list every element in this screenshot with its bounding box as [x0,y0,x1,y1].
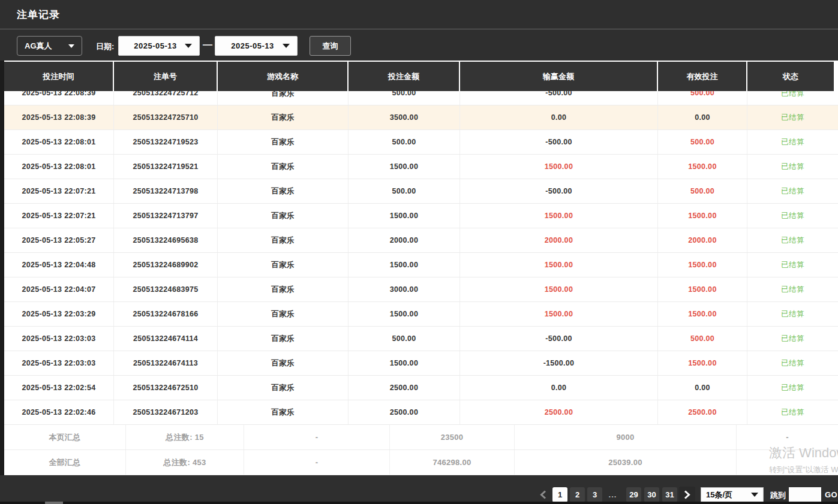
table-row[interactable]: 2025-05-13 22:02:46250513224671203百家乐250… [4,400,838,425]
table-cell: 250513224683975 [114,277,218,301]
jump-to-page-input[interactable] [789,487,821,502]
summary-cell: 25039.00 [515,450,737,475]
table-cell: 百家乐 [218,400,349,424]
page-button-3[interactable]: 3 [587,487,602,502]
table-cell: 1500.00 [658,204,747,228]
table-left-gutter [0,61,4,475]
table-cell: 1500.00 [460,155,658,179]
table-row[interactable]: 2025-05-13 22:08:39250513224725710百家乐350… [4,105,838,130]
column-header: 投注时间 [4,62,114,91]
column-header: 投注金额 [349,62,460,91]
page-button-2[interactable]: 2 [570,487,585,502]
page-button-30[interactable]: 30 [644,487,659,502]
table-header-row: 投注时间注单号游戏名称投注金额输赢金额有效投注状态 [4,62,834,91]
column-header: 有效投注 [658,62,747,91]
table-row[interactable]: 2025-05-13 22:08:39250513224725712百家乐500… [4,91,838,105]
table-cell: 2500.00 [349,400,460,424]
table-cell: 已结算 [747,277,838,301]
table-cell: -500.00 [460,91,658,105]
table-cell: 3000.00 [349,277,460,301]
table-cell: 已结算 [747,351,838,375]
chevron-down-icon [68,44,74,48]
table-cell: 2000.00 [460,228,658,252]
table-cell: 2000.00 [349,228,460,252]
table-cell: 250513224674114 [114,327,218,351]
table-row[interactable]: 2025-05-13 22:08:01250513224719521百家乐150… [4,155,838,179]
date-from-value: 2025-05-13 [126,41,185,50]
table-row[interactable]: 2025-05-13 22:03:03250513224674114百家乐500… [4,327,838,351]
prev-page-button[interactable] [536,487,551,502]
table-row[interactable]: 2025-05-13 22:08:01250513224719523百家乐500… [4,130,838,155]
column-header: 状态 [747,62,834,91]
horizontal-scrollbar-thumb[interactable] [45,502,63,504]
table-cell: 1500.00 [460,253,658,277]
table-cell: 500.00 [658,130,747,154]
date-to-picker[interactable]: 2025-05-13 [215,36,298,56]
table-cell: 0.00 [460,105,658,129]
game-category-select[interactable]: AG真人 [17,36,82,56]
table-cell: 1500.00 [349,351,460,375]
table-cell: 已结算 [747,376,838,400]
next-page-button[interactable] [679,487,695,503]
chevron-left-icon [540,490,546,499]
page-size-select[interactable]: 15条/页 [701,487,764,502]
summary-row: 全部汇总总注数: 453-746298.0025039.00 [4,450,838,475]
table-row[interactable]: 2025-05-13 22:04:07250513224683975百家乐300… [4,277,838,302]
table-cell: 已结算 [747,204,838,228]
table-cell: 已结算 [747,400,838,424]
page-ellipsis: ... [605,487,620,502]
table-row[interactable]: 2025-05-13 22:07:21250513224713797百家乐150… [4,204,838,228]
table-row[interactable]: 2025-05-13 22:05:27250513224695638百家乐200… [4,228,838,253]
table-row[interactable]: 2025-05-13 22:03:03250513224674113百家乐150… [4,351,838,376]
query-button[interactable]: 查询 [310,36,351,56]
game-category-value: AG真人 [25,41,52,52]
go-button[interactable]: GO [825,490,837,499]
table-row[interactable]: 2025-05-13 22:02:54250513224672510百家乐250… [4,376,838,400]
summary-cell: 746298.00 [390,450,515,475]
chevron-down-icon [751,493,758,497]
summary-row: 本页汇总总注数: 15-235009000- [4,425,838,450]
table-cell: 2025-05-13 22:07:21 [4,204,114,228]
table-cell: 250513224713798 [114,179,218,203]
date-from-picker[interactable]: 2025-05-13 [118,36,200,56]
date-to-value: 2025-05-13 [223,41,283,50]
table-cell: -500.00 [460,327,658,351]
summary-cell: 全部汇总 [4,450,126,475]
summary-cell: 23500 [390,425,515,449]
table-cell: 500.00 [349,179,460,203]
table-cell: 已结算 [747,130,838,154]
table-row[interactable]: 2025-05-13 22:07:21250513224713798百家乐500… [4,179,838,204]
chevron-right-icon [684,490,690,499]
table-cell: 500.00 [658,327,747,351]
page-button-1[interactable]: 1 [552,487,567,502]
table-cell: 1500.00 [460,204,658,228]
date-range-separator: — [202,40,214,50]
table-cell: 250513224713797 [114,204,218,228]
table-cell: 1500.00 [658,155,747,179]
summary-cell: 总注数: 15 [126,425,244,449]
table-cell: 250513224674113 [114,351,218,375]
table-row[interactable]: 2025-05-13 22:04:48250513224689902百家乐150… [4,253,838,277]
table-cell: 250513224725710 [114,105,218,129]
table-cell: 百家乐 [218,105,349,129]
page-button-29[interactable]: 29 [626,487,641,502]
horizontal-scrollbar[interactable] [0,502,838,504]
table-cell: 百家乐 [218,179,349,203]
table-cell: 2025-05-13 22:02:46 [4,400,114,424]
column-header: 游戏名称 [218,62,349,91]
table-cell: 0.00 [460,376,658,400]
table-cell: 2025-05-13 22:04:07 [4,277,114,301]
table-row[interactable]: 2025-05-13 22:03:29250513224678166百家乐150… [4,302,838,327]
summary-cell: - [244,425,390,449]
page-button-31[interactable]: 31 [662,487,677,502]
chevron-down-icon [185,44,192,48]
page-size-value: 15条/页 [706,490,732,500]
table-cell: 2025-05-13 22:02:54 [4,376,114,400]
table-cell: 2025-05-13 22:08:39 [4,91,114,105]
title-bar: 注单记录 [0,0,838,29]
table-cell: 250513224671203 [114,400,218,424]
table-cell: 百家乐 [218,204,349,228]
table-cell: 已结算 [747,155,838,179]
jump-to-label: 跳到 [770,490,786,501]
table-cell: 已结算 [747,302,838,326]
